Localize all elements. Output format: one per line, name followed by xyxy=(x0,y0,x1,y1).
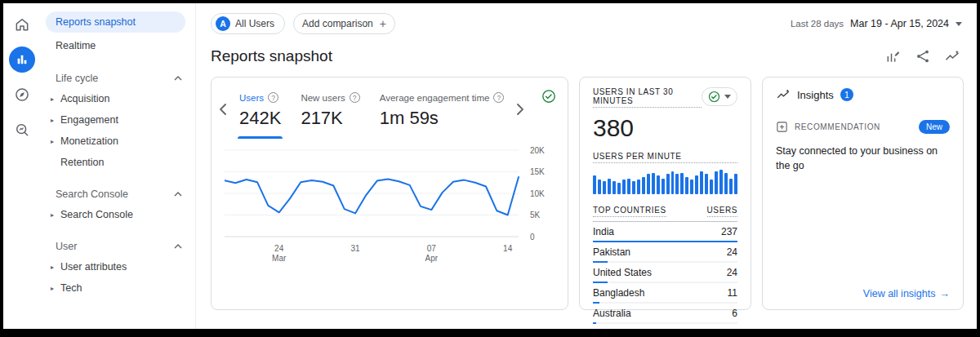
view-realtime-link[interactable]: View realtime→ xyxy=(593,324,737,337)
chevron-right-icon[interactable] xyxy=(514,102,527,117)
metric-label: Users xyxy=(239,93,264,103)
share-icon[interactable] xyxy=(915,48,931,64)
insights-card: Insights 1 RECOMMENDATION New Stay conne… xyxy=(762,77,964,310)
add-comparison-button[interactable]: Add comparison + xyxy=(293,13,395,34)
svg-text:0: 0 xyxy=(530,233,535,242)
date-preset-label: Last 28 days xyxy=(791,19,844,29)
sidebar-item-user-attributes[interactable]: ▸ User attributes xyxy=(41,256,195,277)
triangle-right-icon: ▸ xyxy=(51,117,60,124)
sidebar-item-engagement[interactable]: ▸ Engagement xyxy=(41,109,195,131)
users-per-minute-bar xyxy=(617,183,621,194)
explore-compass-icon xyxy=(14,86,30,103)
sidebar-item-acquisition[interactable]: ▸ Acquisition xyxy=(41,88,195,109)
users-per-minute-bar xyxy=(598,180,601,194)
arrow-right-icon: → xyxy=(940,288,951,299)
svg-text:24: 24 xyxy=(274,244,284,253)
users-per-minute-bar xyxy=(719,170,723,194)
nav-reports-button[interactable] xyxy=(9,47,35,73)
sidebar-item-label: Engagement xyxy=(60,114,118,126)
nav-home-button[interactable] xyxy=(9,11,35,38)
page-title: Reports snapshot xyxy=(211,47,332,65)
audience-label: All Users xyxy=(235,18,274,29)
top-countries-header: TOP COUNTRIES xyxy=(593,206,666,217)
country-name: Australia xyxy=(593,308,631,319)
caret-down-icon xyxy=(956,22,962,26)
home-icon xyxy=(14,16,30,33)
audience-avatar: A xyxy=(216,16,230,31)
sidebar-item-tech[interactable]: ▸ Tech xyxy=(41,277,195,299)
country-name: United States xyxy=(593,267,652,278)
recommendation-body[interactable]: Stay connected to your business on the g… xyxy=(776,144,950,173)
triangle-right-icon: ▸ xyxy=(51,264,60,271)
sidebar-item-retention[interactable]: Retention xyxy=(41,152,195,173)
users-per-minute-bar xyxy=(734,174,737,194)
users-per-minute-bar xyxy=(612,181,616,194)
sidebar-item-label: User attributes xyxy=(60,261,127,273)
data-quality-check-icon[interactable] xyxy=(541,89,556,104)
users-per-minute-bar xyxy=(695,175,698,194)
users-per-minute-bar xyxy=(729,179,733,194)
users-per-minute-bar xyxy=(657,175,660,194)
cards-row: Users ? 242K New users ? 217K xyxy=(196,77,977,310)
help-icon[interactable]: ? xyxy=(493,92,504,103)
triangle-right-icon: ▸ xyxy=(51,138,60,145)
country-users: 6 xyxy=(732,308,737,319)
sidebar-section-life-cycle[interactable]: Life cycle xyxy=(41,67,195,88)
svg-text:15K: 15K xyxy=(530,167,545,176)
nav-explore-button[interactable] xyxy=(9,82,35,108)
country-row: United States24 xyxy=(593,263,737,283)
metric-label: Average engagement time xyxy=(380,93,490,103)
metric-value: 1m 59s xyxy=(380,108,505,129)
help-icon[interactable]: ? xyxy=(268,92,278,103)
report-header: Reports snapshot xyxy=(196,34,977,77)
nav-advertising-button[interactable] xyxy=(9,117,35,143)
users-per-minute-bar xyxy=(724,173,728,194)
sidebar-section-user[interactable]: User xyxy=(41,235,195,256)
metric-tab-users[interactable]: Users ? 242K xyxy=(229,84,291,139)
top-countries-table: India237Pakistan24United States24Banglad… xyxy=(593,222,737,324)
users-per-minute-bar xyxy=(671,171,675,194)
country-share-bar xyxy=(593,282,737,283)
sidebar-item-monetization[interactable]: ▸ Monetization xyxy=(41,131,195,152)
users-per-minute-bar xyxy=(608,179,611,194)
users-per-minute-bar xyxy=(603,181,606,194)
country-row: Australia6 xyxy=(593,304,737,324)
users-per-minute-bar xyxy=(710,180,713,194)
plus-icon: + xyxy=(380,18,386,29)
country-share-bar xyxy=(593,322,737,324)
users-per-minute-bar xyxy=(637,180,640,194)
users-per-minute-bar xyxy=(680,173,684,194)
country-name: Bangladesh xyxy=(593,287,644,299)
realtime-status-dropdown[interactable] xyxy=(702,87,737,106)
insights-spark-icon xyxy=(776,87,791,102)
users-per-minute-bar xyxy=(622,180,626,194)
sidebar-item-reports-snapshot[interactable]: Reports snapshot xyxy=(46,11,185,33)
reports-icon xyxy=(16,53,29,66)
chevron-left-icon[interactable] xyxy=(216,102,229,117)
customize-report-icon[interactable] xyxy=(885,48,902,64)
metric-tab-new-users[interactable]: New users ? 217K xyxy=(291,84,369,139)
sidebar-item-label: Realtime xyxy=(56,40,96,51)
date-range-picker[interactable]: Last 28 days Mar 19 - Apr 15, 2024 xyxy=(791,18,962,29)
help-icon[interactable]: ? xyxy=(350,92,360,103)
metric-tab-avg-engagement-time[interactable]: Average engagement time ? 1m 59s xyxy=(370,84,514,139)
users-overview-card: Users ? 242K New users ? 217K xyxy=(211,77,568,310)
sidebar-section-search-console[interactable]: Search Console xyxy=(41,183,195,204)
country-users: 24 xyxy=(727,267,737,278)
svg-text:20K: 20K xyxy=(530,146,545,155)
sidebar-item-label: Reports snapshot xyxy=(56,16,136,28)
users-per-minute-bar xyxy=(642,177,645,194)
sidebar-item-realtime[interactable]: Realtime xyxy=(41,34,195,57)
sidebar-item-search-console[interactable]: ▸ Search Console xyxy=(41,204,195,225)
insights-icon[interactable] xyxy=(944,48,960,64)
country-share-bar xyxy=(593,302,737,304)
metric-value: 242K xyxy=(239,108,281,129)
country-row: Bangladesh11 xyxy=(593,283,737,304)
users-per-minute-bar xyxy=(662,179,665,194)
view-all-insights-link[interactable]: View all insights→ xyxy=(776,282,950,299)
users-per-minute-bar xyxy=(685,177,688,194)
audience-segment-chip[interactable]: A All Users xyxy=(211,13,285,34)
users-per-minute-bar xyxy=(647,174,650,194)
metric-value: 217K xyxy=(301,108,359,129)
users-last-30-min-value: 380 xyxy=(593,114,737,142)
